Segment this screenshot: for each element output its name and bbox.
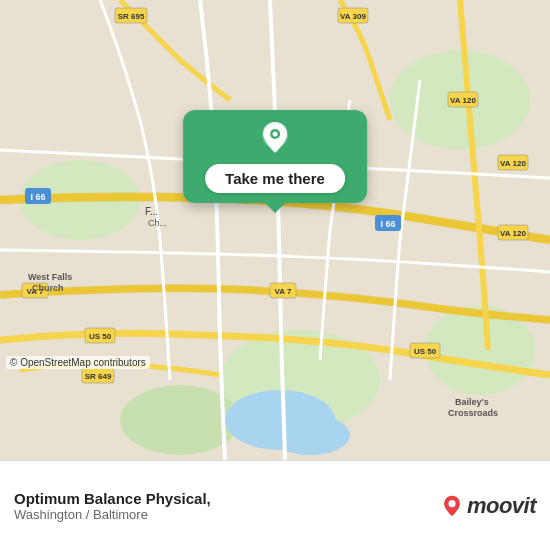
svg-text:Crossroads: Crossroads xyxy=(448,408,498,418)
svg-text:US 50: US 50 xyxy=(89,332,112,341)
svg-text:VA 120: VA 120 xyxy=(450,96,476,105)
svg-text:West Falls: West Falls xyxy=(28,272,72,282)
location-name: Optimum Balance Physical, xyxy=(14,490,429,507)
svg-text:I 66: I 66 xyxy=(380,219,395,229)
location-region: Washington / Baltimore xyxy=(14,507,429,522)
moovit-pin-icon xyxy=(441,495,463,517)
svg-point-43 xyxy=(448,500,455,507)
svg-text:SR 649: SR 649 xyxy=(85,372,112,381)
svg-point-42 xyxy=(273,132,278,137)
location-pin-icon xyxy=(257,120,293,156)
svg-text:US 50: US 50 xyxy=(414,347,437,356)
svg-text:Church: Church xyxy=(32,283,64,293)
moovit-text: moovit xyxy=(467,493,536,519)
take-me-there-button[interactable]: Take me there xyxy=(205,164,345,193)
svg-text:VA 120: VA 120 xyxy=(500,159,526,168)
svg-text:VA 120: VA 120 xyxy=(500,229,526,238)
map-attribution: © OpenStreetMap contributors xyxy=(6,356,150,369)
moovit-logo: moovit xyxy=(441,493,536,519)
callout-bubble: Take me there xyxy=(183,110,367,203)
svg-text:VA 309: VA 309 xyxy=(340,12,366,21)
svg-text:Ch...: Ch... xyxy=(148,218,167,228)
svg-text:F...: F... xyxy=(145,206,158,217)
map-callout: Take me there xyxy=(183,110,367,203)
map-container: I 66 I 66 VA 7 VA 7 US 50 US 50 VA 120 V… xyxy=(0,0,550,460)
svg-text:I 66: I 66 xyxy=(30,192,45,202)
info-bar: Optimum Balance Physical, Washington / B… xyxy=(0,460,550,550)
attribution-text: © OpenStreetMap contributors xyxy=(10,357,146,368)
svg-text:SR 695: SR 695 xyxy=(118,12,145,21)
svg-text:Bailey's: Bailey's xyxy=(455,397,489,407)
svg-text:VA 7: VA 7 xyxy=(275,287,292,296)
